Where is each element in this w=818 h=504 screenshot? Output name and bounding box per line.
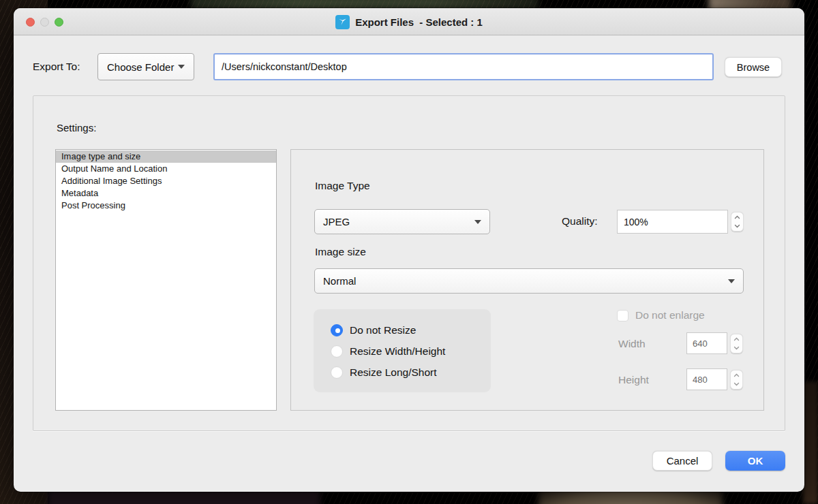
export-dialog-window: Export Files - Selected : 1 Export To: C… bbox=[14, 8, 804, 492]
radio-icon bbox=[331, 324, 343, 336]
app-icon bbox=[335, 15, 350, 29]
settings-list-item[interactable]: Image type and size bbox=[56, 151, 276, 163]
export-to-label: Export To: bbox=[33, 53, 80, 80]
ok-button[interactable]: OK bbox=[725, 451, 785, 471]
height-input[interactable] bbox=[686, 368, 727, 390]
height-stepper[interactable] bbox=[730, 370, 743, 390]
image-type-dropdown[interactable]: JPEG bbox=[314, 209, 490, 234]
stepper-down-icon[interactable] bbox=[731, 222, 743, 232]
settings-list-item[interactable]: Metadata bbox=[56, 187, 276, 200]
width-input[interactable] bbox=[686, 332, 727, 354]
stepper-up-icon[interactable] bbox=[731, 212, 743, 222]
browse-button[interactable]: Browse bbox=[725, 57, 782, 77]
background-photo-region bbox=[803, 381, 818, 504]
radio-icon bbox=[331, 345, 343, 358]
image-type-label: Image Type bbox=[315, 180, 370, 192]
settings-group: Settings: Image type and size Output Nam… bbox=[33, 95, 785, 431]
quality-input[interactable] bbox=[617, 210, 728, 234]
chevron-down-icon bbox=[474, 220, 481, 224]
stepper-up-icon[interactable] bbox=[731, 334, 742, 344]
settings-category-list[interactable]: Image type and size Output Name and Loca… bbox=[55, 149, 277, 411]
radio-resize-long-short[interactable]: Resize Long/Short bbox=[331, 362, 491, 383]
do-not-enlarge-label: Do not enlarge bbox=[635, 309, 705, 321]
image-size-value: Normal bbox=[323, 275, 356, 287]
stepper-up-icon[interactable] bbox=[731, 371, 742, 380]
quality-label: Quality: bbox=[562, 215, 598, 227]
radio-icon bbox=[331, 366, 343, 379]
stepper-down-icon[interactable] bbox=[731, 380, 742, 390]
cancel-button[interactable]: Cancel bbox=[652, 451, 712, 471]
settings-list-item[interactable]: Additional Image Settings bbox=[56, 175, 276, 187]
choose-folder-value: Choose Folder bbox=[107, 61, 174, 73]
choose-folder-dropdown[interactable]: Choose Folder bbox=[97, 53, 194, 80]
do-not-enlarge-checkbox[interactable] bbox=[617, 310, 628, 321]
quality-stepper[interactable] bbox=[731, 212, 744, 232]
image-size-label: Image size bbox=[315, 246, 366, 258]
image-size-dropdown[interactable]: Normal bbox=[314, 268, 744, 294]
settings-list-item[interactable]: Post Processing bbox=[56, 200, 276, 212]
width-label: Width bbox=[618, 338, 646, 350]
export-to-row: Export To: Choose Folder Browse bbox=[14, 53, 804, 80]
stepper-down-icon[interactable] bbox=[731, 344, 742, 353]
chevron-down-icon bbox=[728, 279, 735, 283]
export-path-input[interactable] bbox=[213, 53, 714, 80]
chevron-down-icon bbox=[178, 65, 185, 69]
title-area: Export Files - Selected : 1 bbox=[14, 8, 804, 35]
radio-resize-width-height[interactable]: Resize Width/Height bbox=[331, 341, 491, 362]
height-label: Height bbox=[618, 374, 649, 386]
width-stepper[interactable] bbox=[730, 334, 743, 353]
resize-options-group: Do not Resize Resize Width/Height Resize… bbox=[314, 309, 491, 392]
do-not-enlarge-row: Do not enlarge bbox=[617, 309, 705, 321]
window-title: Export Files - Selected : 1 bbox=[355, 16, 483, 28]
settings-label: Settings: bbox=[57, 122, 96, 133]
image-type-size-panel: Image Type JPEG Quality: Image size Norm… bbox=[290, 149, 764, 411]
title-bar[interactable]: Export Files - Selected : 1 bbox=[14, 8, 804, 35]
image-type-value: JPEG bbox=[323, 216, 350, 227]
radio-do-not-resize[interactable]: Do not Resize bbox=[331, 319, 491, 341]
settings-list-item[interactable]: Output Name and Location bbox=[56, 163, 276, 175]
